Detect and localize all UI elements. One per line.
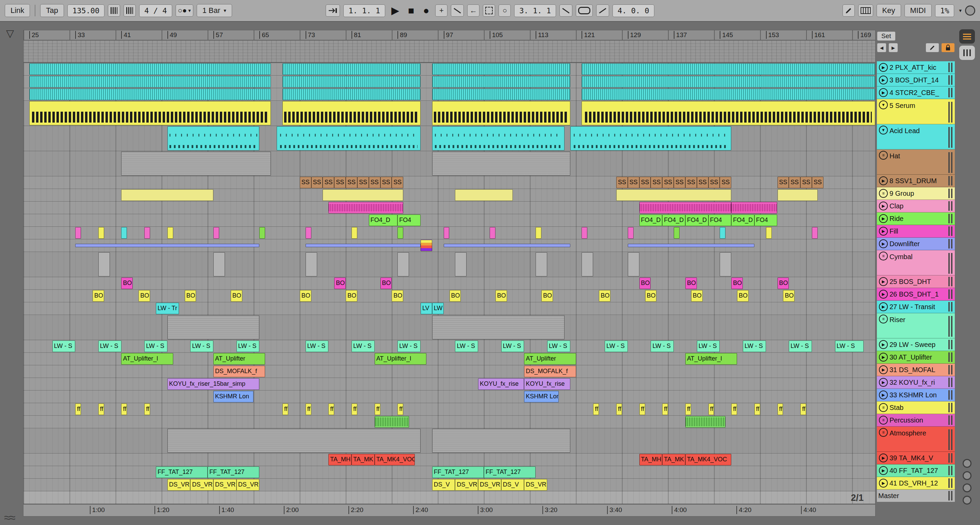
clip[interactable]: BO xyxy=(541,290,553,302)
track-play-icon[interactable]: ▶ xyxy=(879,290,888,298)
clip[interactable]: LW - S xyxy=(190,340,213,352)
bar-number[interactable]: 137 xyxy=(674,31,687,39)
track-fold-icon[interactable]: ▼ xyxy=(879,101,888,109)
track-group-icon[interactable]: ≡ xyxy=(879,403,888,412)
clip[interactable]: SS xyxy=(697,177,708,188)
clip[interactable] xyxy=(778,189,818,201)
mixer-section-toggle-icon[interactable] xyxy=(963,471,972,480)
track-lane-2-plx-att-kic[interactable] xyxy=(24,63,875,76)
track-header-27-lw-transit[interactable]: ▶27 LW - Transit xyxy=(877,301,955,313)
clip[interactable]: BO xyxy=(495,290,507,302)
track-lane-master[interactable]: 2/1 xyxy=(24,491,875,504)
clip[interactable]: ff xyxy=(662,404,668,415)
clip[interactable] xyxy=(640,202,732,214)
clip[interactable] xyxy=(444,244,570,247)
clip[interactable] xyxy=(398,252,409,276)
clip[interactable] xyxy=(29,89,271,100)
track-lane-atmosphere[interactable] xyxy=(24,428,875,453)
clip[interactable] xyxy=(674,227,679,239)
track-lane-ride[interactable]: FO4_DFO4FO4_DFO4_DFO4_DFO4FO4_DFO4 xyxy=(24,214,875,227)
clip[interactable]: TA_MH xyxy=(640,454,662,465)
bar-number[interactable]: 33 xyxy=(75,31,85,39)
clip[interactable]: SS xyxy=(346,177,357,188)
track-header-9-group[interactable]: ≡9 Group xyxy=(877,187,955,200)
loop-button[interactable] xyxy=(576,5,593,17)
clip[interactable]: TA_MK xyxy=(352,454,375,465)
sends-toggle-icon[interactable] xyxy=(963,484,972,492)
clip[interactable]: BO xyxy=(121,278,133,289)
track-play-icon[interactable]: ▶ xyxy=(879,353,888,362)
draw-automation-button[interactable] xyxy=(926,43,939,53)
clip[interactable]: ff xyxy=(708,404,714,415)
clip[interactable]: LW - Tr xyxy=(156,303,179,314)
track-lane-30-at-uplifter[interactable]: AT_Uplifter_lAT_UplifterAT_Uplifter_lAT_… xyxy=(24,353,875,365)
clip[interactable]: ff xyxy=(398,404,403,415)
bar-number[interactable]: 105 xyxy=(490,31,503,39)
clip[interactable]: LW - S xyxy=(352,340,375,352)
clip[interactable]: SS xyxy=(357,177,369,188)
track-lane-riser[interactable] xyxy=(24,315,875,340)
clip[interactable] xyxy=(444,227,450,239)
nudge-down-button[interactable] xyxy=(108,5,120,17)
track-play-icon[interactable]: ▶ xyxy=(879,239,888,248)
clip[interactable]: BO xyxy=(92,290,104,302)
clip[interactable]: ff xyxy=(800,404,806,415)
clip[interactable]: LV xyxy=(421,303,432,314)
clip[interactable] xyxy=(121,227,127,239)
session-record-button[interactable]: ○ xyxy=(498,5,511,17)
clip[interactable]: FF_TAT_127 xyxy=(432,466,484,478)
clip[interactable] xyxy=(282,76,421,88)
clip[interactable]: AT_Uplifter_l xyxy=(375,353,426,365)
computer-midi-keyboard-button[interactable] xyxy=(858,5,873,17)
track-header-41-ds-vrh-12[interactable]: ▶41 DS_VRH_12 xyxy=(877,477,955,490)
clip[interactable]: LW - S xyxy=(305,340,329,352)
track-lane-26-bos-dht-1[interactable]: BOBOBOBOBOBOBOBOBOBOBOBOBOBOBO xyxy=(24,290,875,302)
clip[interactable] xyxy=(75,244,259,247)
punch-out-button[interactable] xyxy=(596,5,609,17)
track-header-25-bos-dht[interactable]: ▶25 BOS_DHT xyxy=(877,275,955,288)
clip[interactable]: KSHMR Lon xyxy=(213,391,253,402)
clip[interactable]: BO xyxy=(380,278,392,289)
track-lane-fill[interactable] xyxy=(24,227,875,239)
clip[interactable]: BO xyxy=(231,290,242,302)
clip[interactable] xyxy=(582,101,875,125)
track-header-39-ta-mk4-v[interactable]: ▶39 TA_MK4_V xyxy=(877,452,955,464)
clip[interactable] xyxy=(432,152,570,176)
draw-mode-button[interactable] xyxy=(843,5,855,17)
key-map-button[interactable]: Key xyxy=(877,4,901,17)
track-header-cymbal[interactable]: ≡Cymbal xyxy=(877,250,955,275)
clip[interactable] xyxy=(432,315,565,340)
time-ruler[interactable]: 1:001:201:402:002:202:403:003:203:404:00… xyxy=(24,504,875,516)
clip[interactable]: FO4_D xyxy=(640,214,662,226)
clip[interactable] xyxy=(259,227,265,239)
clip[interactable]: TA_MK4_VOC xyxy=(375,454,415,465)
clip[interactable] xyxy=(582,63,875,75)
clip[interactable]: KOYU_fx_riser_15bar_simp xyxy=(167,378,259,390)
clip[interactable]: ff xyxy=(731,404,737,415)
clip[interactable]: LW - S xyxy=(547,340,570,352)
track-play-icon[interactable]: ▶ xyxy=(879,340,888,349)
clip[interactable] xyxy=(282,101,421,125)
clip[interactable] xyxy=(213,227,219,239)
clip[interactable]: ff xyxy=(754,404,760,415)
track-lane-29-lw-sweep[interactable]: LW - SLW - SLW - SLW - SLW - SLW - SLW -… xyxy=(24,340,875,353)
track-play-icon[interactable]: ▶ xyxy=(879,365,888,374)
io-toggle-icon[interactable] xyxy=(963,459,972,468)
track-lane-9-group[interactable] xyxy=(24,189,875,201)
clip[interactable] xyxy=(352,227,357,239)
clip[interactable] xyxy=(432,101,570,125)
clip[interactable]: BO xyxy=(645,290,657,302)
track-header-32-koyu-fx-ri[interactable]: ▶32 KOYU_fx_ri xyxy=(877,376,955,389)
clip[interactable] xyxy=(398,227,403,239)
clip[interactable] xyxy=(121,152,271,176)
track-lane-33-kshmr-lon[interactable]: KSHMR LonKSHMR Lon xyxy=(24,391,875,403)
clip[interactable] xyxy=(29,101,271,125)
track-header-downlifter[interactable]: ▶Downlifter xyxy=(877,238,955,250)
clip[interactable] xyxy=(432,126,565,150)
clip[interactable] xyxy=(536,252,547,276)
clip[interactable] xyxy=(375,416,409,428)
track-lane-stab[interactable]: ffffffffffffffffffffffffffffffffffffffff xyxy=(24,403,875,416)
clip[interactable]: ff xyxy=(121,404,127,415)
track-group-icon[interactable]: ≡ xyxy=(879,314,888,324)
track-play-icon[interactable]: ▶ xyxy=(879,391,888,399)
